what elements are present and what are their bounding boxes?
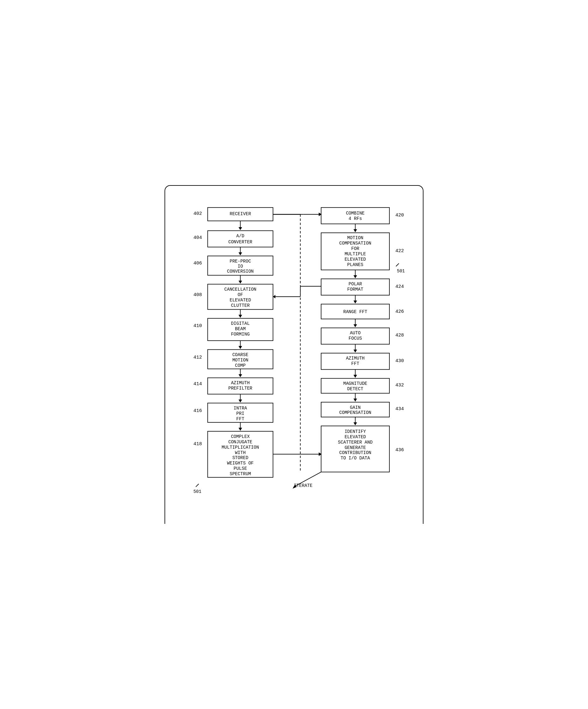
label-complex-7: PULSE (234, 466, 247, 471)
label-polar-2: FORMAT (347, 287, 363, 292)
radar-border: 402 RECEIVER 404 A/D CONVERTER 406 PRE-P… (165, 185, 423, 524)
arrowhead-r8 (353, 422, 357, 425)
label-azfft-1: AZIMUTH (346, 356, 364, 361)
label-coarse-1: COARSE (232, 352, 249, 357)
ref-426: 426 (395, 308, 404, 314)
label-complex-2: CONJUGATE (228, 439, 252, 444)
arrowhead-3 (239, 281, 242, 283)
label-id-6: TO I/O DATA (340, 455, 370, 461)
ref-422: 422 (395, 248, 404, 254)
label-motion-2: COMPENSATION (339, 241, 371, 246)
label-combine-2: 4 RFs (348, 216, 362, 221)
label-complex-5: STORED (232, 455, 249, 461)
label-motion-3: FOR (351, 246, 359, 251)
label-dbf-1: DIGITAL (231, 321, 250, 326)
label-af-1: AUTO (350, 331, 361, 336)
label-ad-1: A/D (236, 233, 244, 238)
label-canc-1: CANCELLATION (224, 287, 256, 292)
label-dbf-2: BEAM (235, 326, 246, 332)
ref-410: 410 (193, 323, 202, 329)
arrowhead-4 (239, 315, 242, 318)
ref-501-left: 501 (193, 489, 201, 494)
ref-428: 428 (395, 332, 404, 338)
ref-418: 418 (193, 441, 202, 447)
label-complex-6: WEIGHTS OF (227, 461, 254, 466)
ref-402: 402 (193, 211, 202, 216)
ref-414: 414 (193, 381, 202, 387)
ref-412: 412 (193, 354, 202, 360)
label-motion-1: MOTION (347, 235, 363, 240)
ref-501-right: 501 (397, 268, 405, 273)
label-complex-4: WITH (235, 450, 246, 455)
ref-434: 434 (395, 406, 404, 412)
ref-436: 436 (395, 447, 404, 453)
ref-416: 416 (193, 408, 202, 414)
ref-404: 404 (193, 234, 202, 240)
label-azpre-2: PREFILTER (228, 386, 253, 391)
label-af-2: FOCUS (348, 336, 362, 341)
label-id-1: IDENTIFY (344, 429, 366, 434)
label-preproc-2: IO (238, 263, 243, 268)
arrowhead-r2 (353, 275, 357, 278)
label-motion-6: PLANES (347, 262, 363, 267)
label-preproc-3: CONVERSION (227, 268, 254, 273)
label-id-4: GENERATE (344, 445, 366, 450)
label-azpre-1: AZIMUTH (231, 380, 250, 386)
ref-408: 408 (193, 292, 202, 298)
label-id-3: SCATTERER AND (338, 440, 373, 445)
label-preproc-1: PRE-PROC (230, 259, 251, 263)
polar-canc-arrowhead (273, 295, 275, 298)
label-receiver: RECEIVER (230, 211, 251, 216)
arrowhead-r4 (353, 324, 357, 327)
arrowhead-r7 (353, 398, 357, 401)
label-coarse-3: COMP (235, 363, 246, 368)
label-ad-2: CONVERTER (228, 239, 253, 244)
slash-501-left (196, 484, 199, 487)
label-dbf-3: FORMING (231, 332, 250, 337)
ref-420: 420 (395, 212, 404, 218)
arrowhead-8 (239, 427, 242, 430)
label-range-fft: RANGE FFT (343, 309, 367, 314)
label-canc-4: CLUTTER (231, 303, 250, 308)
ref-406: 406 (193, 260, 202, 266)
diagram-wrapper: 402 RECEIVER 404 A/D CONVERTER 406 PRE-P… (158, 179, 430, 530)
label-mag-2: DETECT (347, 387, 363, 391)
label-motion-5: ELEVATED (344, 257, 366, 262)
label-intra-1: INTRA (234, 406, 247, 411)
arrowhead-2 (239, 252, 242, 255)
label-complex-1: COMPLEX (231, 434, 250, 439)
label-gain-1: GAIN (350, 405, 361, 410)
flow-diagram: 402 RECEIVER 404 A/D CONVERTER 406 PRE-P… (190, 202, 410, 523)
label-intra-2: PRI (236, 411, 244, 416)
label-complex-8: SPECTRUM (230, 471, 251, 476)
arrowhead-1 (239, 227, 242, 230)
label-complex-3: MULTIPLICATION (222, 445, 259, 450)
label-canc-3: ELEVATED (230, 298, 251, 303)
label-mag-1: MAGNITUDE (343, 381, 367, 386)
label-azfft-2: FFT (351, 361, 359, 366)
arrowhead-6 (239, 374, 242, 377)
arrowhead-r1 (353, 229, 357, 232)
label-gain-2: COMPENSATION (339, 410, 371, 415)
label-combine-1: COMBINE (346, 211, 364, 216)
arrowhead-r3 (353, 300, 357, 303)
arrowhead-7 (239, 399, 242, 402)
ref-432: 432 (395, 382, 404, 388)
arrowhead-r6 (353, 375, 357, 377)
label-canc-2: OF (238, 292, 243, 297)
label-intra-3: FFT (236, 416, 244, 421)
arrowhead-5 (239, 346, 242, 349)
arrowhead-r5 (353, 349, 357, 352)
label-coarse-2: MOTION (232, 358, 249, 363)
ref-424: 424 (395, 283, 404, 289)
slash-501-right (396, 263, 399, 266)
label-id-5: CONTRIBUTION (339, 450, 371, 455)
label-polar-1: POLAR (348, 282, 362, 287)
label-id-2: ELEVATED (344, 434, 366, 439)
ref-430: 430 (395, 358, 404, 364)
label-motion-4: MULTIPLE (344, 252, 366, 257)
